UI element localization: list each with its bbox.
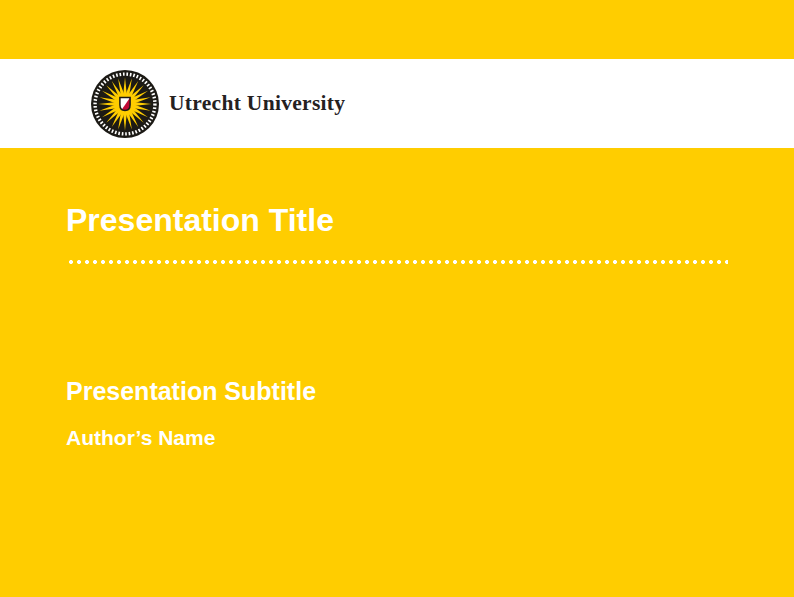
title-slide: Utrecht University Presentation Title Pr… <box>0 0 794 597</box>
presentation-title: Presentation Title <box>66 201 334 239</box>
presentation-subtitle: Presentation Subtitle <box>66 376 316 406</box>
utrecht-university-logo: Utrecht University <box>91 70 345 138</box>
university-wordmark: Utrecht University <box>169 91 345 116</box>
header-band: Utrecht University <box>0 59 794 148</box>
top-accent-bar <box>0 0 794 59</box>
dotted-divider <box>67 259 728 265</box>
author-name: Author’s Name <box>66 425 215 451</box>
sun-logo-icon <box>91 70 159 138</box>
